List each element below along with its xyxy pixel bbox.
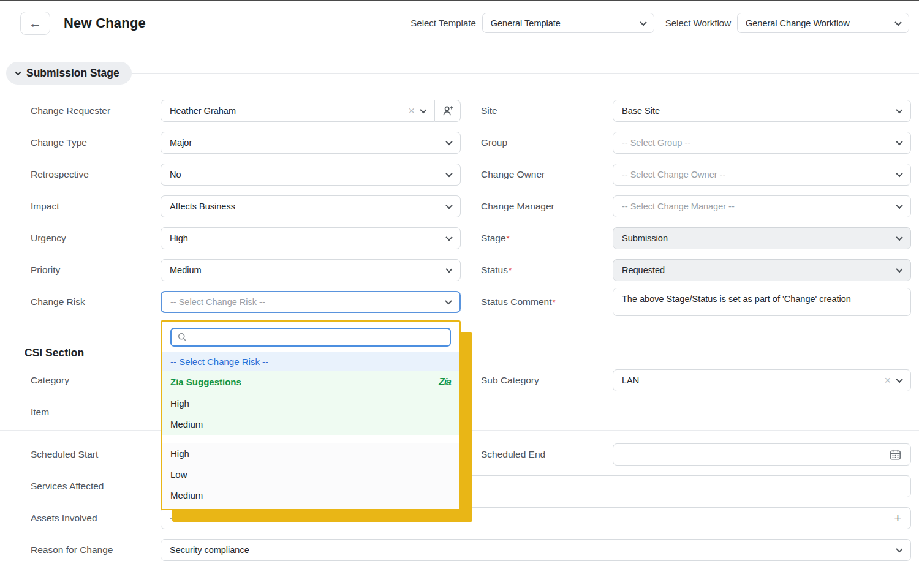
workflow-select-value: General Change Workflow: [746, 18, 850, 28]
change-manager-label: Change Manager: [481, 201, 554, 212]
stage-label: Stage: [481, 233, 506, 244]
group-placeholder: -- Select Group --: [622, 138, 892, 148]
add-asset-button[interactable]: +: [885, 507, 911, 529]
search-icon: [177, 332, 187, 342]
urgency-select[interactable]: High: [161, 227, 461, 249]
status-comment-textarea[interactable]: The above Stage/Status is set as part of…: [613, 288, 911, 316]
clear-icon[interactable]: ×: [408, 105, 415, 116]
assets-involved-placeholder: -- Select Assets Involved --: [170, 513, 876, 523]
priority-select[interactable]: Medium: [161, 259, 461, 281]
change-requester-label: Change Requester: [31, 105, 110, 116]
status-comment-label: Status Comment: [481, 296, 551, 307]
chevron-down-icon: [896, 546, 902, 552]
site-label: Site: [481, 105, 497, 116]
change-risk-dropdown: -- Select Change Risk -- Zia Suggestions…: [161, 320, 461, 510]
chevron-down-icon: [445, 138, 452, 145]
select-workflow-label: Select Workflow: [665, 18, 731, 28]
change-type-select[interactable]: Major: [161, 132, 461, 154]
reason-for-change-label: Reason for Change: [31, 545, 113, 556]
chevron-down-icon: [445, 170, 452, 177]
impact-select[interactable]: Affects Business: [161, 195, 461, 217]
chevron-down-icon: [896, 138, 902, 145]
submission-stage-title: Submission Stage: [26, 67, 119, 80]
change-requester-input[interactable]: Heather Graham ×: [161, 100, 435, 122]
item-label: Item: [31, 407, 49, 418]
sub-category-select[interactable]: LAN ×: [613, 369, 911, 391]
chevron-down-icon: [15, 69, 21, 75]
change-owner-label: Change Owner: [481, 169, 545, 180]
change-owner-select[interactable]: -- Select Change Owner --: [613, 164, 911, 186]
dropdown-option-zia-medium[interactable]: Medium: [162, 413, 460, 434]
section-divider: [132, 73, 919, 74]
select-template-label: Select Template: [410, 18, 475, 28]
stage-select[interactable]: Submission: [613, 227, 911, 249]
dropdown-option-low[interactable]: Low: [162, 464, 460, 484]
retrospective-label: Retrospective: [31, 169, 89, 180]
add-requester-button[interactable]: [435, 100, 461, 122]
change-manager-placeholder: -- Select Change Manager --: [622, 202, 892, 211]
site-value: Base Site: [622, 106, 892, 116]
site-select[interactable]: Base Site: [613, 100, 911, 122]
retrospective-value: No: [170, 170, 442, 179]
back-arrow-icon: ←: [29, 16, 42, 31]
impact-value: Affects Business: [170, 202, 442, 211]
chevron-down-icon: [896, 202, 902, 209]
urgency-label: Urgency: [31, 233, 66, 244]
change-manager-select[interactable]: -- Select Change Manager --: [613, 195, 911, 217]
assets-involved-label: Assets Involved: [31, 513, 97, 524]
required-mark: *: [509, 266, 512, 275]
scheduled-end-input[interactable]: [613, 443, 911, 466]
dropdown-option-high[interactable]: High: [162, 443, 460, 464]
change-risk-select[interactable]: -- Select Change Risk --: [161, 291, 461, 313]
category-label: Category: [31, 375, 69, 386]
chevron-down-icon: [445, 298, 452, 304]
clear-icon[interactable]: ×: [884, 375, 891, 386]
scheduled-end-label: Scheduled End: [481, 449, 545, 460]
retrospective-select[interactable]: No: [161, 164, 461, 186]
status-label: Status: [481, 265, 508, 276]
chevron-down-icon: [445, 266, 452, 273]
chevron-down-icon: [445, 202, 452, 209]
status-value: Requested: [622, 265, 892, 275]
header: ← New Change Select Template General Tem…: [0, 1, 919, 45]
required-mark: *: [552, 298, 555, 307]
dropdown-search-box[interactable]: [170, 328, 451, 347]
dropdown-separator: [170, 440, 451, 440]
csi-section-title: CSI Section: [25, 347, 919, 360]
calendar-icon[interactable]: [889, 448, 902, 461]
impact-label: Impact: [31, 201, 59, 212]
group-label: Group: [481, 137, 507, 148]
template-select-value: General Template: [491, 18, 561, 28]
scheduled-start-label: Scheduled Start: [31, 449, 98, 460]
chevron-down-icon: [896, 107, 902, 113]
chevron-down-icon: [896, 266, 902, 273]
change-owner-placeholder: -- Select Change Owner --: [622, 170, 892, 179]
assets-involved-input[interactable]: -- Select Assets Involved --: [161, 507, 885, 529]
status-select[interactable]: Requested: [613, 259, 911, 281]
person-add-icon: [441, 104, 455, 118]
template-select[interactable]: General Template: [482, 13, 654, 33]
change-risk-value: -- Select Change Risk --: [170, 297, 441, 307]
group-select[interactable]: -- Select Group --: [613, 132, 911, 154]
reason-for-change-select[interactable]: Security compliance: [161, 539, 911, 561]
dropdown-option-zia-high[interactable]: High: [162, 393, 460, 413]
zia-suggestions-block: Zia Suggestions Zía High Medium: [162, 371, 460, 435]
urgency-value: High: [170, 233, 442, 243]
priority-value: Medium: [170, 265, 442, 275]
submission-stage-toggle[interactable]: Submission Stage: [6, 62, 132, 85]
sub-category-label: Sub Category: [481, 375, 539, 386]
plus-icon: +: [894, 511, 901, 526]
back-button[interactable]: ←: [20, 12, 50, 35]
chevron-down-icon: [896, 376, 902, 383]
chevron-down-icon: [896, 234, 902, 241]
dropdown-option-medium[interactable]: Medium: [162, 484, 460, 505]
change-requester-value: Heather Graham: [170, 106, 403, 116]
zia-suggestions-title: Zia Suggestions: [170, 377, 241, 387]
dropdown-option-select-change-risk[interactable]: -- Select Change Risk --: [162, 352, 460, 371]
chevron-down-icon: [640, 18, 646, 25]
change-type-label: Change Type: [31, 137, 87, 148]
priority-label: Priority: [31, 265, 60, 276]
dropdown-search-input[interactable]: [192, 333, 444, 342]
chevron-down-icon: [894, 18, 901, 25]
workflow-select[interactable]: General Change Workflow: [737, 13, 909, 33]
